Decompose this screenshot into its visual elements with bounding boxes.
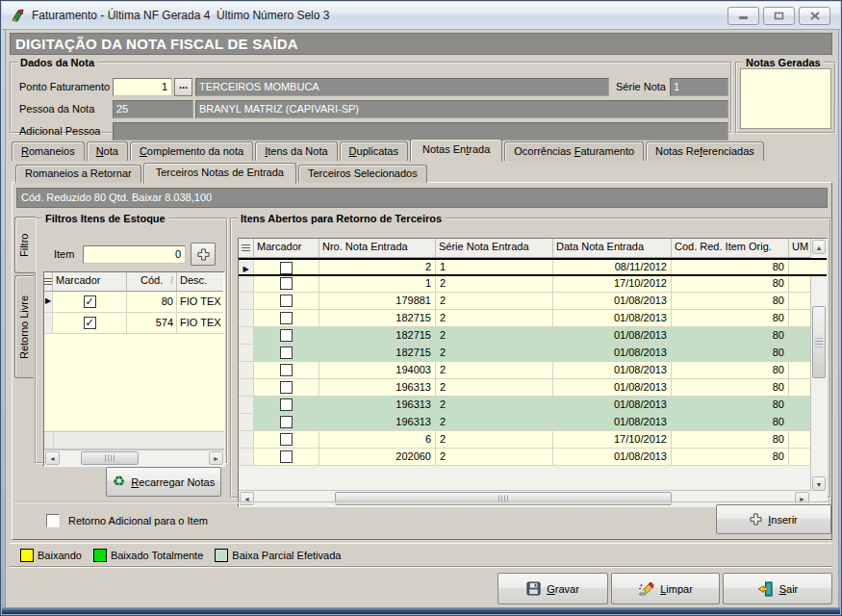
table-row[interactable]: ▶ 1 2 17/10/2012 80: [239, 275, 827, 293]
table-row[interactable]: ▶ 6 2 17/10/2012 80: [239, 431, 827, 449]
table-row[interactable]: ▶ 179881 2 01/08/2013 80: [239, 293, 827, 310]
data-cell: 01/08/2013: [553, 379, 672, 397]
marcador-cell: [254, 397, 319, 414]
baixando-label: Baixando: [38, 550, 82, 561]
tab-nota[interactable]: Nota: [87, 141, 128, 161]
limpar-button[interactable]: Limpar: [611, 573, 720, 604]
row-checkbox[interactable]: [280, 381, 293, 394]
col-serie-nota-entrada[interactable]: Série Nota Entrada: [436, 239, 553, 258]
row-checkbox[interactable]: [280, 433, 293, 446]
scrollbar-thumb[interactable]: [81, 451, 139, 465]
data-cell: 01/08/2013: [553, 293, 672, 310]
data-cell: 01/08/2013: [553, 310, 672, 327]
grid-menu-icon[interactable]: [44, 272, 53, 292]
table-row[interactable]: ▶ 574 FIO TEX: [44, 313, 224, 334]
table-row[interactable]: ▶ 196313 2 01/08/2013 80: [239, 397, 827, 414]
sair-button[interactable]: Sair: [723, 573, 832, 604]
retorno-adicional-label: Retorno Adicional para o Item: [68, 513, 208, 528]
scrollbar-thumb[interactable]: [812, 306, 826, 378]
table-row[interactable]: ▶ 202060 2 01/08/2013 80: [239, 449, 827, 466]
row-checkbox[interactable]: [280, 364, 293, 376]
row-checkbox[interactable]: [280, 295, 293, 307]
serie-cell: 2: [436, 449, 553, 466]
table-row[interactable]: ▶ 182715 2 01/08/2013 80: [239, 345, 827, 362]
um-cell: [789, 431, 810, 449]
table-row[interactable]: ▶ 2 1 08/11/2012 80: [239, 258, 827, 276]
row-checkbox[interactable]: [280, 450, 293, 463]
row-checkbox[interactable]: [280, 329, 293, 342]
serie-cell: 2: [436, 310, 553, 327]
retorno-adicional-strip: Retorno Adicional para o Item: [14, 501, 829, 539]
table-row[interactable]: ▶ 196313 2 01/08/2013 80: [239, 414, 827, 431]
serie-cell: 2: [436, 362, 553, 379]
tab-itens-da-nota[interactable]: Itens da Nota: [255, 141, 337, 161]
tab-romaneios-a-retornar[interactable]: Romaneios a Retornar: [15, 165, 141, 183]
tab-terceiros-notas-de-entrada[interactable]: Terceiros Notas de Entrada: [143, 163, 296, 184]
grid-menu-icon[interactable]: [239, 239, 254, 258]
ponto-faturamento-input[interactable]: 1: [113, 78, 172, 96]
row-checkbox[interactable]: [280, 346, 293, 359]
row-checkbox[interactable]: [280, 398, 293, 411]
table-row[interactable]: ▶ 182715 2 01/08/2013 80: [239, 310, 827, 327]
maximize-button[interactable]: [763, 7, 795, 25]
cod-reduzido-status-bar: Cód. Reduzido 80 Qtd. Baixar 8.038,100: [16, 188, 828, 208]
row-checkbox[interactable]: [280, 312, 293, 324]
um-cell: [789, 345, 810, 362]
scroll-left-button[interactable]: ◄: [45, 451, 60, 465]
col-cod-red-item-orig[interactable]: Cod. Red. Item Orig.: [672, 239, 789, 258]
gravar-button[interactable]: Gravar: [498, 573, 608, 604]
tab-terceiros-selecionados[interactable]: Terceiros Selecionados: [298, 165, 427, 183]
minimize-icon: [738, 12, 749, 20]
col-um[interactable]: UM C: [789, 239, 810, 258]
filtros-col-cod[interactable]: Cód./: [127, 272, 177, 292]
tab-notas-entrada[interactable]: Notas Entrada: [410, 139, 502, 162]
inserir-button[interactable]: Inserir: [716, 504, 831, 534]
itens-abertos-legend: Itens Abertos para Retorno de Terceiros: [238, 213, 445, 224]
grid-footer-strip: [44, 432, 224, 449]
col-data-nota-entrada[interactable]: Data Nota Entrada: [553, 239, 672, 258]
serie-cell: 2: [436, 397, 553, 414]
table-row[interactable]: ▶ 196313 2 01/08/2013 80: [239, 379, 827, 397]
scroll-down-button[interactable]: ▼: [812, 476, 826, 491]
data-cell: 01/08/2013: [553, 397, 672, 414]
tab-duplicatas[interactable]: Duplicatas: [340, 141, 408, 161]
ponto-faturamento-browse-button[interactable]: ...: [174, 78, 192, 96]
retorno-adicional-checkbox[interactable]: [46, 514, 60, 527]
item-input[interactable]: 0: [83, 245, 186, 264]
side-tab-retorno-livre[interactable]: Retorno Livre: [14, 275, 34, 378]
side-tab-filtro[interactable]: Filtro: [14, 217, 36, 273]
row-checkbox[interactable]: [84, 317, 96, 329]
tab-ocorrencias-faturamento[interactable]: Ocorrências Faturamento: [504, 141, 644, 161]
table-row[interactable]: ▶ 194003 2 01/08/2013 80: [239, 362, 827, 379]
tab-notas-referenciadas[interactable]: Notas Referenciadas: [646, 141, 764, 161]
col-marcador[interactable]: Marcador: [254, 239, 319, 258]
row-checkbox[interactable]: [280, 262, 293, 274]
data-cell: 17/10/2012: [553, 431, 672, 449]
row-checkbox[interactable]: [280, 416, 293, 428]
col-nro-nota-entrada[interactable]: Nro. Nota Entrada: [319, 239, 436, 258]
row-checkbox[interactable]: [84, 295, 96, 308]
scroll-up-button[interactable]: ▲: [812, 240, 826, 254]
ponto-faturamento-descricao-field: TERCEIROS MOMBUCA: [195, 78, 609, 96]
um-cell: [789, 260, 810, 274]
minimize-button[interactable]: [727, 7, 759, 25]
scroll-right-button[interactable]: ►: [209, 451, 223, 465]
tab-romaneios[interactable]: Romaneios: [12, 141, 85, 161]
pessoa-da-nota-codigo-field: 25: [113, 100, 193, 118]
footer-buttonbar: Gravar Limpar Sair: [6, 568, 840, 609]
table-row[interactable]: ▶ 182715 2 01/08/2013 80: [239, 327, 827, 345]
recarregar-notas-button[interactable]: ♻ Recarregar Notas: [106, 467, 221, 497]
app-window: Faturamento - Última NF Gerada 4 Último …: [0, 0, 842, 616]
tab-complemento-da-nota[interactable]: Complemento da nota: [130, 141, 253, 161]
close-button[interactable]: [799, 7, 830, 25]
filtros-col-marcador[interactable]: Marcador: [53, 272, 127, 292]
filtros-col-desc[interactable]: Desc.: [177, 272, 223, 292]
add-item-filter-button[interactable]: [191, 243, 216, 266]
main-tabstrip: Romaneios Nota Complemento da nota Itens…: [12, 138, 766, 161]
terceiros-grid: Marcador Nro. Nota Entrada Série Nota En…: [238, 238, 828, 507]
um-cell: [789, 397, 810, 414]
baixando-swatch: [20, 549, 34, 562]
nro-cell: 196313: [319, 379, 436, 397]
row-checkbox[interactable]: [280, 277, 293, 290]
table-row[interactable]: ▶ 80 FIO TEX: [44, 292, 224, 313]
